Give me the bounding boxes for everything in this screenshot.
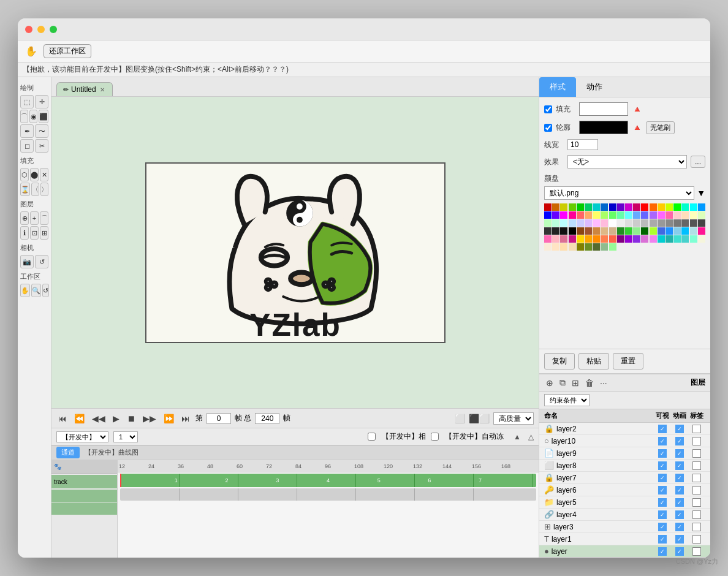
layer-visible-checkbox[interactable]	[658, 449, 667, 458]
layer-anim-checkbox[interactable]	[675, 547, 684, 556]
layer-anim-checkbox[interactable]	[675, 498, 684, 507]
canvas-area[interactable]: YZlab	[51, 97, 539, 408]
palette-color-cell[interactable]	[690, 235, 697, 243]
cut-tool[interactable]: ✂	[35, 139, 48, 153]
palette-color-cell[interactable]	[593, 243, 600, 251]
up-arrow[interactable]: ▲	[514, 433, 521, 441]
palette-color-cell[interactable]	[625, 211, 632, 219]
layer-row[interactable]: Tlayer1	[539, 533, 710, 545]
layer-row[interactable]: ⬜layer8	[539, 460, 710, 472]
effect-select[interactable]: <无>	[567, 155, 687, 169]
fill-eyedropper-btn[interactable]: 🔺	[632, 104, 642, 114]
palette-color-cell[interactable]	[577, 211, 584, 219]
action-tab[interactable]: 动作	[576, 77, 613, 97]
palette-color-cell[interactable]	[609, 211, 616, 219]
palette-color-cell[interactable]	[609, 219, 616, 227]
linewidth-input[interactable]	[567, 139, 598, 150]
layer-tag-checkbox[interactable]	[692, 449, 701, 458]
palette-color-cell[interactable]	[641, 235, 648, 243]
no-brush-btn[interactable]: 无笔刷	[646, 121, 675, 134]
pan-tool[interactable]: ✋	[20, 284, 30, 297]
palette-color-cell[interactable]	[585, 235, 592, 243]
autofreeze-checkbox[interactable]	[431, 433, 439, 441]
layer-info-tool[interactable]: ℹ	[20, 226, 29, 240]
palette-color-cell[interactable]	[560, 243, 567, 251]
palette-color-cell[interactable]	[673, 235, 681, 243]
layer-anim-checkbox[interactable]	[675, 486, 684, 495]
palette-color-cell[interactable]	[593, 235, 600, 243]
palette-color-cell[interactable]	[625, 235, 632, 243]
layer-tag-checkbox[interactable]	[692, 498, 701, 507]
layer-row[interactable]: ●layer	[539, 545, 710, 558]
palette-color-cell[interactable]	[593, 203, 600, 211]
layer-add-btn[interactable]: ⊕	[544, 377, 555, 388]
palette-color-cell[interactable]	[641, 219, 648, 227]
palette-color-cell[interactable]	[641, 227, 648, 235]
pen-tool[interactable]: ✒	[20, 124, 34, 138]
anim-next-btn[interactable]: ▶▶	[141, 413, 158, 424]
palette-color-cell[interactable]	[690, 219, 697, 227]
palette-color-cell[interactable]	[601, 211, 608, 219]
layer-anim-checkbox[interactable]	[675, 510, 684, 519]
palette-color-cell[interactable]	[617, 235, 624, 243]
palette-color-cell[interactable]	[617, 227, 624, 235]
palette-color-cell[interactable]	[650, 227, 657, 235]
palette-color-cell[interactable]	[673, 211, 681, 219]
channel-button[interactable]: 通道	[56, 447, 80, 458]
palette-color-cell[interactable]	[641, 211, 648, 219]
palette-color-cell[interactable]	[577, 243, 584, 251]
palette-color-cell[interactable]	[609, 227, 616, 235]
maximize-button[interactable]	[50, 26, 57, 33]
blob-tool[interactable]: ◉	[29, 110, 37, 123]
curve-fill-tool[interactable]: 〉	[40, 183, 48, 196]
palette-color-cell[interactable]	[698, 227, 705, 235]
layer-more-btn[interactable]: ···	[598, 377, 609, 388]
palette-color-cell[interactable]	[665, 211, 673, 219]
layer-visible-checkbox[interactable]	[658, 523, 667, 531]
fill-checkbox[interactable]	[544, 105, 552, 113]
palette-color-cell[interactable]	[601, 243, 608, 251]
palette-color-cell[interactable]	[665, 219, 673, 227]
timeline-main[interactable]: 12 24 36 48 60 72 84 96 108 120 132 144 …	[118, 460, 539, 558]
palette-color-cell[interactable]	[544, 211, 552, 219]
minimize-button[interactable]	[37, 26, 45, 33]
palette-color-cell[interactable]	[633, 227, 640, 235]
layer-tag-checkbox[interactable]	[692, 425, 701, 433]
rect-select-tool[interactable]: ⬚	[20, 95, 34, 108]
palette-color-cell[interactable]	[681, 227, 689, 235]
layer-group-btn[interactable]: ⊞	[570, 377, 581, 388]
palette-color-cell[interactable]	[585, 203, 592, 211]
number-select[interactable]: 1	[113, 431, 138, 442]
layer-tag-checkbox[interactable]	[692, 461, 701, 470]
layer-row[interactable]: 🔗layer4	[539, 509, 710, 521]
palette-color-cell[interactable]	[552, 227, 559, 235]
layer-tag-checkbox[interactable]	[692, 523, 701, 531]
palette-select[interactable]: 默认.png	[544, 186, 694, 200]
palette-dropdown-icon[interactable]: ▼	[697, 188, 705, 198]
palette-color-cell[interactable]	[560, 211, 567, 219]
paste-btn[interactable]: 粘贴	[578, 353, 609, 369]
tab-close-button[interactable]: ✕	[99, 86, 106, 93]
reset-view-tool[interactable]: ↺	[42, 284, 49, 297]
anim-last-btn[interactable]: ⏭	[180, 413, 192, 424]
zoom-tool[interactable]: 🔍	[31, 284, 41, 297]
camera-rotate-tool[interactable]: ↺	[35, 255, 48, 268]
restore-workspace-button[interactable]: 还原工作区	[44, 44, 91, 58]
clear-fill-tool[interactable]: ✕	[40, 168, 48, 181]
palette-color-cell[interactable]	[552, 211, 559, 219]
anim-stop-btn[interactable]: ⏹	[125, 413, 137, 424]
layer-delete-btn[interactable]: 🗑	[583, 377, 596, 388]
palette-color-cell[interactable]	[585, 211, 592, 219]
anim-prev-btn[interactable]: ◀◀	[90, 413, 107, 424]
layer-row[interactable]: ⊞layer3	[539, 521, 710, 533]
develop-select[interactable]: 【开发中】	[56, 431, 108, 442]
layer-row[interactable]: 🔒layer2	[539, 423, 710, 435]
layer-row[interactable]: ○layer10	[539, 435, 710, 447]
camera-tool[interactable]: 📷	[20, 255, 34, 268]
anim-prev-key-btn[interactable]: ⏪	[72, 413, 86, 424]
layer-visible-checkbox[interactable]	[658, 486, 667, 495]
palette-color-cell[interactable]	[698, 211, 705, 219]
palette-color-cell[interactable]	[560, 219, 567, 227]
main-tab[interactable]: ✏ Untitled ✕	[56, 82, 113, 96]
palette-color-cell[interactable]	[585, 227, 592, 235]
